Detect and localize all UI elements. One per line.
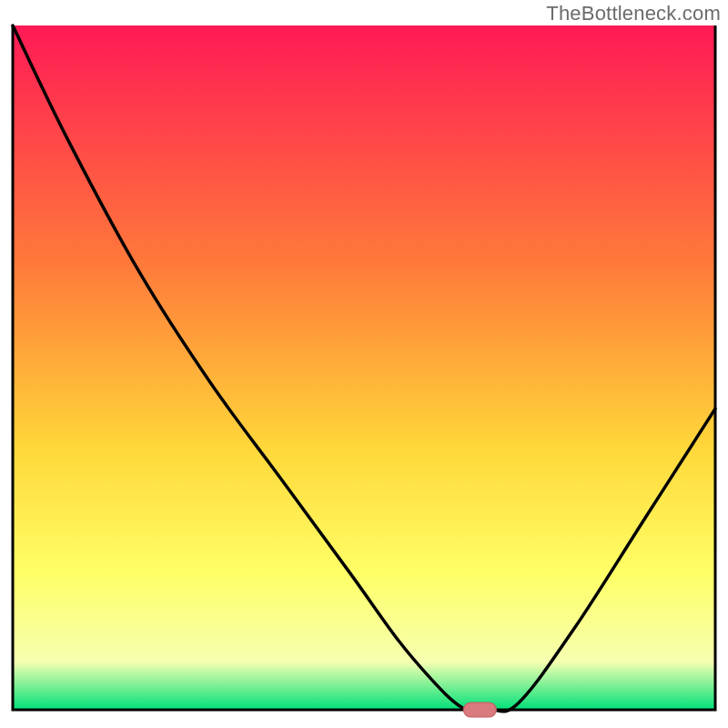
- optimum-marker: [463, 703, 496, 717]
- chart-svg: [0, 0, 728, 728]
- watermark-text: TheBottleneck.com: [546, 2, 721, 25]
- chart-canvas: { "watermark": "TheBottleneck.com", "col…: [0, 0, 728, 728]
- plot-background: [13, 25, 715, 710]
